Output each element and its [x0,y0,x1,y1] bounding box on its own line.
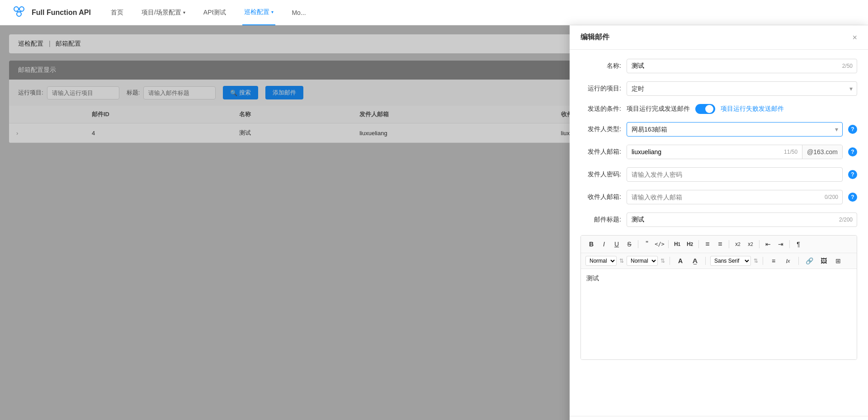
rte-indent-left-button[interactable]: ⇤ [762,238,774,250]
form-row-receiver-email: 收件人邮箱: 0/200 ? [580,190,857,204]
rte-underline-button[interactable]: U [611,238,623,250]
form-row-sender-password: 发件人密码: ? [580,167,857,182]
sender-email-label: 发件人邮箱: [580,148,621,156]
sender-type-select[interactable]: 网易163邮箱 Gmail QQ邮箱 Outlook [627,122,843,137]
condition-toggle[interactable] [695,104,715,114]
rte-font-select[interactable]: Sans Serif [710,256,751,266]
sender-type-help-icon[interactable]: ? [848,125,857,134]
logo-text: Full Function API [32,9,91,17]
rte-font-color-button[interactable]: A [675,255,686,267]
rte-strikethrough-button[interactable]: S [623,238,635,250]
form-row-sender-type: 发件人类型: 网易163邮箱 Gmail QQ邮箱 Outlook ▾ ? [580,122,857,137]
name-counter: 2/50 [842,63,853,69]
edit-email-dialog: 编辑邮件 × 名称: 2/50 运行的项目: 定时 [570,25,868,420]
sender-type-label: 发件人类型: [580,125,621,133]
sender-password-help-icon[interactable]: ? [848,170,857,179]
receiver-email-counter: 0/200 [825,194,838,200]
logo-icon [11,5,27,21]
form-row-run-project: 运行的项目: 定时 ▾ [580,81,857,96]
rte-h1-button[interactable]: H1 [671,238,683,250]
rte-table-button[interactable]: ⊞ [832,255,844,267]
form-row-sender-email: 发件人邮箱: 11/50 @163.com ? [580,145,857,159]
rte-sep-2 [668,240,669,248]
rte-format-icon-1: ⇅ [619,258,624,264]
rte-indent-right-button[interactable]: ⇥ [775,238,787,250]
run-project-control: 定时 ▾ [627,81,857,96]
rte-subscript-button[interactable]: x2 [732,238,744,250]
rte-blockquote-button[interactable]: " [641,238,653,250]
rte-sep-6 [789,240,790,248]
receiver-email-input[interactable] [627,190,843,204]
receiver-email-label: 收件人邮箱: [580,193,621,201]
rte-image-button[interactable]: 🖼 [818,255,830,267]
email-subject-input[interactable] [627,212,857,227]
receiver-email-help-icon[interactable]: ? [848,193,857,202]
rich-text-editor: B I U S " </> H1 H2 ≡ ≡ x2 x2 [580,235,857,360]
chevron-down-icon: ▾ [183,10,185,15]
rte-paragraph-button[interactable]: ¶ [793,238,804,250]
form-row-name: 名称: 2/50 [580,59,857,73]
nav-item-project[interactable]: 项目/场景配置 ▾ [140,0,187,25]
condition-control: 项目运行完成发送邮件 项目运行失败发送邮件 [627,104,857,114]
name-input[interactable] [627,59,857,73]
sender-email-wrapper: 11/50 @163.com [627,145,843,159]
rte-code-button[interactable]: </> [654,238,665,250]
rte-unordered-list-button[interactable]: ≡ [714,238,726,250]
condition-fail-link[interactable]: 项目运行失败发送邮件 [721,105,784,113]
email-subject-counter: 2/200 [839,217,853,223]
main-content: 巡检配置 | 邮箱配置 邮箱配置显示 运行项目: 标题: 🔍 搜索 [0,25,868,420]
rte-toolbar-row1: B I U S " </> H1 H2 ≡ ≡ x2 x2 [581,236,857,253]
rte-font-icon: ⇅ [754,258,758,264]
sender-email-help-icon[interactable]: ? [848,147,857,156]
rte-format-select-2[interactable]: Normal [627,256,658,266]
sender-type-select-wrapper: 网易163邮箱 Gmail QQ邮箱 Outlook ▾ [627,122,843,137]
rte-toolbar-row2: Normal ⇅ Normal ⇅ A A̲ Sans Serif ⇅ [581,253,857,269]
dialog-footer: 确定 发送邮件 取 消 [570,416,868,420]
rte-sep-4 [729,240,729,248]
nav-item-inspection[interactable]: 巡检配置 ▾ [242,0,275,25]
rte-format-icon-2: ⇅ [660,258,665,264]
rte-content[interactable]: 测试 [581,269,857,359]
svg-point-0 [14,7,19,11]
rte-italic-button[interactable]: I [598,238,610,250]
form-row-subject: 邮件标题: 2/200 [580,212,857,227]
sender-password-label: 发件人密码: [580,170,621,179]
close-button[interactable]: × [852,33,857,42]
nav-item-api[interactable]: API测试 [202,0,228,25]
rte-highlight-button[interactable]: A̲ [689,255,701,267]
rte-format-select-1[interactable]: Normal [585,256,617,266]
sender-password-control [627,167,843,182]
rte-h2-button[interactable]: H2 [684,238,696,250]
nav-item-more[interactable]: Mo... [290,0,307,25]
sender-email-input[interactable] [627,145,779,159]
name-label: 名称: [580,62,621,70]
rte-link-button[interactable]: 🔗 [803,255,815,267]
email-subject-label: 邮件标题: [580,216,621,224]
sender-email-counter: 11/50 [779,146,802,158]
run-project-select[interactable]: 定时 [627,81,857,96]
logo-area: Full Function API [11,5,91,21]
receiver-email-control: 0/200 [627,190,843,204]
sender-password-input[interactable] [627,167,843,182]
rte-bold-button[interactable]: B [585,238,597,250]
rte-sep-3 [698,240,699,248]
run-project-label-dialog: 运行的项目: [580,85,621,93]
rte-ordered-list-button[interactable]: ≡ [702,238,713,250]
nav-item-home[interactable]: 首页 [109,0,125,25]
rte-superscript-button[interactable]: x2 [745,238,756,250]
rte-sep-9 [763,257,763,265]
rte-sep-5 [759,240,760,248]
dialog-header: 编辑邮件 × [570,25,868,50]
run-project-select-wrapper: 定时 ▾ [627,81,857,96]
email-subject-control: 2/200 [627,212,857,227]
svg-point-2 [17,12,21,16]
name-control: 2/50 [627,59,857,73]
sender-type-control: 网易163邮箱 Gmail QQ邮箱 Outlook ▾ [627,122,843,137]
svg-point-1 [19,7,24,11]
dialog-title: 编辑邮件 [580,33,609,42]
rte-sep-10 [798,257,799,265]
rte-align-button[interactable]: ≡ [768,255,779,267]
rte-clear-format-button[interactable]: Ix [782,255,794,267]
rte-sep-8 [705,257,706,265]
condition-complete-text: 项目运行完成发送邮件 [627,105,690,113]
